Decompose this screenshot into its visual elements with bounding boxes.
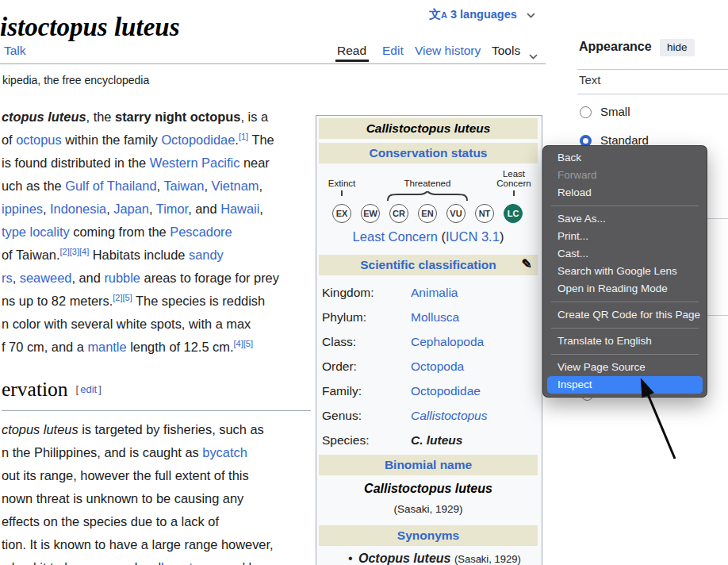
text-segment: ' by: [243, 560, 262, 565]
link[interactable]: octopus: [16, 133, 61, 147]
link[interactable]: Pescadore: [170, 225, 232, 239]
conservation-status-header[interactable]: Conservation status: [319, 143, 538, 163]
reference-link[interactable]: [2][3][4]: [60, 247, 90, 256]
text-segment: Octopus luteus: [358, 552, 450, 565]
reference-link[interactable]: [1]: [239, 132, 248, 141]
text-segment: tion. It is known to have a large range …: [2, 537, 274, 552]
radio-small-label[interactable]: Small: [600, 105, 630, 118]
text-segment: f 70 cm, and a: [2, 340, 87, 354]
link[interactable]: seaweed: [20, 271, 72, 285]
link[interactable]: sandy: [189, 248, 224, 262]
scale-label-least-concern: Least Concern: [482, 169, 546, 188]
link[interactable]: Octopodidae: [411, 384, 481, 398]
link[interactable]: Indonesia: [50, 202, 106, 216]
text-segment: n color with several white spots, with a…: [2, 317, 251, 331]
link[interactable]: Mollusca: [411, 310, 459, 325]
link[interactable]: Octopodidae: [161, 133, 235, 147]
edit-section-link[interactable]: edit: [79, 383, 98, 395]
menu-separator: [551, 206, 699, 206]
text-segment: ,: [259, 179, 262, 193]
tab-edit[interactable]: Edit: [382, 44, 404, 58]
link[interactable]: ippines: [2, 202, 43, 216]
scale-label-threatened: Threatened: [388, 179, 467, 188]
text-segment: ,: [259, 202, 263, 216]
link[interactable]: Cephalopoda: [411, 335, 484, 349]
text-segment: ctopus luteus: [2, 422, 79, 436]
tab-talk[interactable]: Talk: [4, 44, 26, 58]
link[interactable]: Timor: [156, 202, 188, 216]
edit-pencil-icon[interactable]: [522, 256, 532, 271]
context-menu: BackForwardReloadSave As...Print...Cast.…: [542, 145, 707, 398]
menu-item-create-qr-code-for-this-page[interactable]: Create QR Code for this Page: [543, 306, 707, 324]
menu-item-print[interactable]: Print...: [543, 228, 707, 245]
menu-item-cast[interactable]: Cast...: [543, 245, 707, 263]
link[interactable]: bycatch: [202, 445, 247, 459]
reference-link[interactable]: [2][5]: [113, 293, 132, 302]
chevron-down-icon: [527, 8, 535, 21]
languages-button[interactable]: 文A 3 languages: [429, 7, 535, 22]
text-line: of octopus within the family Octopodidae…: [2, 129, 316, 152]
tab-view-history[interactable]: View history: [415, 44, 481, 58]
link[interactable]: Taiwan: [163, 179, 204, 193]
menu-item-save-as[interactable]: Save As...: [543, 210, 707, 228]
hide-button[interactable]: hide: [660, 39, 695, 56]
link[interactable]: IUCN 3.1: [446, 229, 500, 244]
binomial-name: Callistoctopus luteus: [319, 482, 538, 496]
tab-tools[interactable]: Tools: [492, 44, 520, 58]
text-line: is found distributed in the Western Paci…: [2, 152, 316, 175]
wikipedia-page: istoctopus luteus 文A 3 languages Talk Re…: [0, 0, 728, 565]
link[interactable]: Japan: [113, 202, 149, 216]
link[interactable]: Least Concern: [353, 229, 438, 244]
link[interactable]: Octopoda: [411, 359, 464, 374]
text-segment: ,: [149, 202, 156, 216]
text-segment: effects on the species due to a lack of: [2, 514, 219, 528]
text-segment: near: [239, 156, 269, 170]
text-segment: within the family: [62, 133, 162, 147]
text-segment: ,: [43, 202, 50, 216]
text-segment: , and: [71, 271, 104, 285]
binomial-name-header: Binomial name: [319, 455, 538, 475]
text-segment: s lead it to be assessed as ': [2, 560, 161, 565]
text-segment: , is a: [240, 110, 268, 124]
radio-small[interactable]: [580, 106, 592, 118]
text-line: of Taiwan.[2][3][4] Habitats include san…: [2, 244, 316, 267]
synonyms-header[interactable]: Synonyms: [319, 525, 538, 546]
link[interactable]: rs: [2, 271, 13, 285]
taxonomy-row-class: Class:Cephalopoda: [319, 329, 538, 354]
link[interactable]: rubble: [104, 271, 140, 285]
text-line: effects on the species due to a lack of: [2, 510, 316, 533]
link[interactable]: Western Pacific: [150, 156, 240, 170]
menu-item-view-page-source[interactable]: View Page Source: [543, 359, 707, 376]
link[interactable]: Callistoctopus: [411, 409, 488, 423]
text-segment: The: [248, 133, 274, 147]
menu-item-search-with-google-lens[interactable]: Search with Google Lens: [543, 263, 707, 280]
link[interactable]: Hawaii: [220, 202, 259, 216]
chevron-down-icon[interactable]: [529, 48, 538, 63]
text-section-label: Text: [579, 73, 601, 86]
synonym-item: Octopus luteus (Sasaki, 1929): [319, 552, 577, 565]
menu-item-translate-to-english[interactable]: Translate to English: [543, 332, 707, 350]
link[interactable]: mantle: [87, 340, 126, 354]
reference-link[interactable]: [4][5]: [233, 339, 252, 348]
text-segment: ): [500, 229, 504, 244]
menu-item-back[interactable]: Back: [543, 149, 707, 167]
link[interactable]: Least concern: [161, 560, 243, 565]
link[interactable]: Animalia: [411, 286, 458, 300]
link[interactable]: Gulf of Thailand: [65, 179, 156, 193]
species-name: C. luteus: [411, 433, 462, 448]
text-segment: , and: [188, 202, 220, 216]
sidebar-divider: [577, 94, 728, 94]
link[interactable]: type locality: [2, 225, 70, 239]
status-circle-ew: EW: [361, 204, 380, 223]
link[interactable]: Vietnam: [212, 179, 259, 193]
taxonomy-row-genus: Genus:Callistoctopus: [319, 403, 538, 428]
menu-item-inspect[interactable]: Inspect: [547, 376, 703, 394]
scale-tick: [341, 190, 343, 196]
status-circle-en: EN: [418, 204, 437, 223]
tab-read[interactable]: Read: [337, 44, 366, 58]
text-line: s lead it to be assessed as 'Least conce…: [2, 556, 316, 565]
menu-item-open-in-reading-mode[interactable]: Open in Reading Mode: [543, 280, 707, 298]
menu-separator: [551, 328, 699, 329]
taxonomy-row-kingdom: Kingdom:Animalia: [319, 280, 538, 305]
menu-item-reload[interactable]: Reload: [543, 184, 707, 202]
